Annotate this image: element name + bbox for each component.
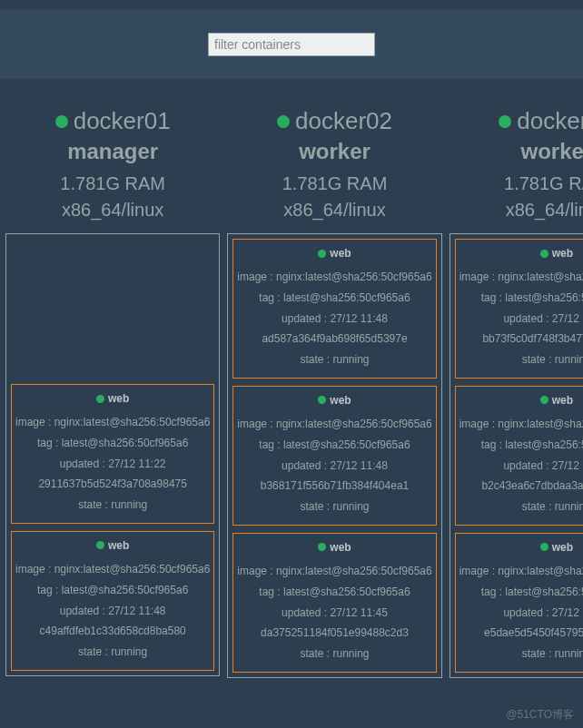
status-indicator-icon: [318, 396, 326, 404]
container-id: 2911637b5d524f3a708a98475: [15, 474, 210, 495]
container-name: web: [108, 539, 129, 552]
container-title: web: [459, 541, 583, 554]
container-state: state : running: [15, 642, 210, 663]
status-indicator-icon: [96, 541, 104, 549]
container-card[interactable]: webimage : nginx:latest@sha256:50cf965a6…: [232, 386, 436, 526]
container-name: web: [552, 394, 573, 407]
status-indicator-icon: [540, 543, 548, 551]
container-state: state : running: [237, 349, 431, 370]
container-updated: updated : 27/12 11:48: [237, 309, 431, 330]
container-updated: updated : 27/12 11:48: [459, 456, 583, 477]
node-title[interactable]: docker01: [55, 107, 171, 135]
container-name: web: [330, 394, 351, 407]
container-title: web: [15, 539, 210, 552]
container-title: web: [459, 247, 583, 260]
container-id: e5dae5d5450f457954b2fc776: [459, 623, 583, 644]
container-state: state : running: [237, 497, 431, 517]
container-updated: updated : 27/12 11:22: [15, 454, 210, 475]
status-indicator-icon: [318, 543, 326, 551]
node-name: docker01: [74, 107, 171, 135]
container-state: state : running: [459, 644, 583, 664]
container-tag: tag : latest@sha256:50cf965a6: [237, 288, 431, 309]
container-tag: tag : latest@sha256:50cf965a6: [15, 433, 210, 454]
container-name: web: [108, 392, 129, 405]
container-card[interactable]: webimage : nginx:latest@sha256:50cf965a6…: [232, 533, 436, 673]
container-card[interactable]: webimage : nginx:latest@sha256:50cf965a6…: [11, 384, 214, 524]
container-name: web: [552, 247, 573, 260]
node-arch: x86_64/linux: [62, 200, 163, 221]
node-role: worker: [520, 139, 583, 164]
node-ram: 1.781G RAM: [504, 173, 583, 194]
nodes-container: docker01manager1.781G RAMx86_64/linuxweb…: [0, 80, 583, 678]
node-ram: 1.781G RAM: [60, 173, 165, 194]
container-title: web: [237, 394, 431, 407]
container-tag: tag : latest@sha256:50cf965a6: [237, 435, 431, 456]
container-updated: updated : 27/12 11:15: [459, 309, 583, 330]
watermark: @51CTO博客: [506, 707, 574, 723]
containers-box: webimage : nginx:latest@sha256:50cf965a6…: [227, 233, 441, 678]
container-image: image : nginx:latest@sha256:50cf965a6: [459, 561, 583, 582]
node-arch: x86_64/linux: [283, 200, 385, 221]
container-tag: tag : latest@sha256:50cf965a6: [15, 580, 210, 601]
node-column: docker03worker1.781G RAMx86_64/linuxwebi…: [450, 107, 583, 678]
container-card[interactable]: webimage : nginx:latest@sha256:50cf965a6…: [455, 239, 583, 379]
status-indicator-icon: [277, 115, 290, 128]
container-title: web: [459, 394, 583, 407]
node-name: docker03: [517, 107, 583, 135]
container-state: state : running: [15, 495, 210, 516]
top-bar: [0, 0, 583, 9]
container-id: da375251184f051e99488c2d3: [237, 623, 431, 644]
container-name: web: [330, 247, 351, 260]
container-name: web: [552, 541, 573, 554]
container-tag: tag : latest@sha256:50cf965a6: [459, 435, 583, 456]
container-card[interactable]: webimage : nginx:latest@sha256:50cf965a6…: [232, 239, 436, 379]
node-title[interactable]: docker02: [277, 107, 392, 135]
container-image: image : nginx:latest@sha256:50cf965a6: [459, 267, 583, 288]
container-card[interactable]: webimage : nginx:latest@sha256:50cf965a6…: [11, 531, 214, 671]
containers-box: webimage : nginx:latest@sha256:50cf965a6…: [450, 233, 583, 678]
container-image: image : nginx:latest@sha256:50cf965a6: [237, 561, 431, 582]
container-updated: updated : 27/12 11:45: [237, 603, 431, 624]
container-card[interactable]: webimage : nginx:latest@sha256:50cf965a6…: [455, 533, 583, 673]
container-title: web: [237, 541, 431, 554]
node-title[interactable]: docker03: [499, 107, 583, 135]
status-indicator-icon: [318, 250, 326, 258]
container-tag: tag : latest@sha256:50cf965a6: [237, 582, 431, 603]
container-updated: updated : 27/12 11:48: [459, 603, 583, 624]
node-role: manager: [67, 139, 158, 164]
status-indicator-icon: [96, 395, 104, 403]
container-id: b368171f556b71fb384f404ea1: [237, 476, 431, 497]
container-state: state : running: [459, 497, 583, 517]
container-id: b2c43ea6c7dbdaa3ad9ca719b: [459, 476, 583, 497]
container-tag: tag : latest@sha256:50cf965a6: [459, 582, 583, 603]
container-title: web: [15, 392, 210, 405]
container-state: state : running: [237, 644, 431, 664]
container-updated: updated : 27/12 11:48: [15, 601, 210, 622]
filter-input[interactable]: [208, 33, 375, 56]
node-column: docker01manager1.781G RAMx86_64/linuxweb…: [5, 107, 220, 678]
container-image: image : nginx:latest@sha256:50cf965a6: [459, 414, 583, 435]
node-role: worker: [299, 139, 371, 164]
node-column: docker02worker1.781G RAMx86_64/linuxwebi…: [227, 107, 441, 678]
filter-section: [0, 9, 583, 80]
node-ram: 1.781G RAM: [282, 173, 388, 194]
node-arch: x86_64/linux: [506, 200, 583, 221]
container-id: bb73f5c0df748f3b4773969088: [459, 329, 583, 349]
container-card[interactable]: webimage : nginx:latest@sha256:50cf965a6…: [455, 386, 583, 526]
container-title: web: [237, 247, 431, 260]
container-name: web: [330, 541, 351, 554]
status-indicator-icon: [540, 250, 548, 258]
container-tag: tag : latest@sha256:50cf965a6: [459, 288, 583, 309]
container-state: state : running: [459, 349, 583, 370]
container-updated: updated : 27/12 11:48: [237, 456, 431, 477]
status-indicator-icon: [55, 115, 68, 128]
container-image: image : nginx:latest@sha256:50cf965a6: [15, 559, 210, 580]
container-image: image : nginx:latest@sha256:50cf965a6: [237, 414, 431, 435]
container-image: image : nginx:latest@sha256:50cf965a6: [237, 267, 431, 288]
container-image: image : nginx:latest@sha256:50cf965a6: [15, 412, 210, 433]
status-indicator-icon: [499, 115, 511, 128]
node-name: docker02: [295, 107, 392, 135]
container-id: c49affdfeb1c33d658cd8ba580: [15, 621, 210, 642]
containers-box: webimage : nginx:latest@sha256:50cf965a6…: [5, 233, 220, 676]
container-id: ad587a364f9ab698f65d5397e: [237, 329, 431, 349]
